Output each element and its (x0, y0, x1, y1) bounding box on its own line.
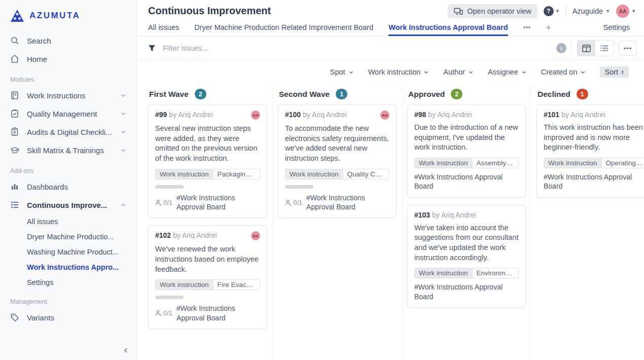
board-view-button[interactable] (578, 41, 595, 56)
main-content: Continuous Improvement Open operator vie… (137, 0, 644, 360)
add-tab-button[interactable]: + (546, 24, 551, 36)
sidebar-module-item[interactable]: Work Instructions (0, 86, 136, 104)
filter-bar: i ••• (137, 37, 644, 60)
sidebar-ci-subitem[interactable]: Settings (0, 275, 136, 290)
card-assignees: 0/1 (285, 199, 302, 206)
card-header: #103 by Ariq Andrei (414, 211, 519, 219)
info-icon[interactable]: i (556, 43, 566, 53)
assignee-person-icon (155, 310, 162, 316)
open-operator-view-button[interactable]: Open operator view (448, 4, 538, 18)
topbar: Continuous Improvement Open operator vie… (137, 0, 644, 18)
sidebar-ci-subitem[interactable]: Washing Machine Product... (0, 244, 136, 260)
issue-card[interactable]: #103 by Ariq Andrei We've taken into acc… (407, 205, 526, 308)
sidebar-item-variants[interactable]: Variants (0, 308, 136, 327)
search-icon (10, 36, 19, 45)
column-cards: #98 by Ariq Andrei Due to the introducti… (407, 104, 526, 308)
sidebar-item-label: Skill Matrix & Trainings (27, 146, 104, 155)
column-title: Second Wave (279, 90, 330, 99)
filter-menu[interactable]: Spot (330, 68, 354, 76)
card-assignees: 0/1 (155, 199, 172, 206)
chevron-down-icon[interactable] (120, 129, 126, 135)
filter-menu-label: Created on (541, 68, 578, 76)
filter-issues-input[interactable] (163, 44, 556, 52)
issue-card[interactable]: #100 by Ariq Andrei AA To accommodate th… (278, 104, 397, 218)
bar-chart-icon (10, 182, 19, 191)
filter-bar-controls: i ••• (556, 40, 637, 56)
board-column: First Wave 2 #99 by Ariq Andrei AA Sever… (148, 86, 272, 360)
filter-menu[interactable]: Author (443, 68, 474, 76)
issue-card[interactable]: #98 by Ariq Andrei Due to the introducti… (407, 104, 526, 198)
card-id: #100 (285, 111, 301, 119)
issue-card[interactable]: #102 by Ariq Andrei AA We've renewed the… (148, 225, 267, 329)
work-instruction-tag[interactable]: Work instruction Quality Control... (285, 169, 389, 179)
sidebar-section-addons: Add-ons (0, 159, 136, 177)
sidebar-item-label: Home (27, 55, 47, 63)
chevron-up-icon[interactable] (120, 202, 126, 208)
divider (571, 43, 572, 54)
sidebar-ci-subitem[interactable]: Work Instructions Appro... (0, 260, 136, 275)
filter-menu[interactable]: Work instruction (368, 68, 430, 76)
sidebar-module-item[interactable]: Skill Matrix & Trainings (0, 141, 136, 159)
tag-type-label: Work instruction (156, 280, 213, 290)
tabs-more-button[interactable]: ••• (523, 23, 531, 36)
chevron-down-icon[interactable] (120, 111, 126, 117)
filter-menu[interactable]: Created on (541, 68, 586, 76)
sidebar-section-modules: Modules (0, 68, 136, 86)
list-view-button[interactable] (595, 41, 613, 56)
card-progress-bar (155, 185, 184, 189)
devices-icon (454, 8, 463, 15)
sidebar-item-home[interactable]: Home (0, 50, 136, 68)
sidebar-collapse-button[interactable] (120, 345, 131, 356)
work-instruction-tag[interactable]: Work instruction Fire Evacuation Tr... (155, 279, 260, 290)
user-menu[interactable]: AA ▼ (616, 5, 636, 18)
issue-card[interactable]: #99 by Ariq Andrei AA Several new instru… (148, 104, 267, 218)
board-tabs: All issues Dryer Machine Production Rela… (137, 18, 644, 37)
tab-all-issues[interactable]: All issues (148, 23, 179, 36)
chevron-down-icon (468, 69, 474, 75)
board-more-button[interactable]: ••• (619, 41, 637, 56)
work-instruction-tag[interactable]: Work instruction Assembly Proc... (414, 158, 519, 168)
work-instruction-tag[interactable]: Work instruction Packaging the Wa... (155, 169, 260, 179)
tag-icon (10, 313, 19, 322)
sidebar-item-label: Search (27, 37, 51, 45)
tag-type-label: Work instruction (285, 169, 343, 179)
sidebar-module-item[interactable]: Audits & Digital Checkli... (0, 123, 136, 141)
tab-dryer-board[interactable]: Dryer Machine Production Related Improve… (194, 23, 373, 36)
sidebar-ci-subitem[interactable]: Dryer Machine Productio... (0, 229, 136, 244)
sort-label: Sort (604, 68, 618, 76)
card-footer: #Work Instructions Approval Board (544, 172, 644, 191)
card-footer: 0/1 #Work Instructions Approval Board (285, 193, 389, 211)
tag-value-label: Quality Control... (343, 169, 389, 179)
chevron-down-icon: ▼ (555, 9, 560, 14)
help-menu[interactable]: ? ▼ (544, 6, 560, 16)
chevron-down-icon[interactable] (120, 147, 126, 153)
sidebar-item-dashboards[interactable]: Dashboards (0, 177, 136, 196)
sidebar-item-search[interactable]: Search (0, 31, 136, 50)
clipboard-check-icon (10, 109, 19, 118)
sidebar-module-item[interactable]: Quality Management (0, 104, 136, 123)
sidebar-ci-subitem[interactable]: All issues (0, 214, 136, 229)
work-instruction-tag[interactable]: Work instruction Operating a Fo... (544, 158, 644, 168)
card-id: #98 (414, 111, 426, 119)
brand-logo[interactable]: AZUMUTA (0, 7, 136, 31)
chevron-down-icon[interactable] (120, 92, 126, 98)
azuguide-label: Azuguide (573, 7, 603, 15)
column-count-badge: 2 (451, 89, 462, 99)
work-instruction-tag[interactable]: Work instruction Environmental ... (414, 268, 519, 278)
book-icon (10, 91, 19, 100)
card-id: #102 (155, 231, 171, 239)
tag-value-label: Fire Evacuation Tr... (213, 280, 260, 290)
sort-button[interactable]: Sort ▲▼ (600, 66, 629, 78)
tag-type-label: Work instruction (415, 268, 472, 278)
card-header: #98 by Ariq Andrei (414, 111, 519, 119)
tag-value-label: Operating a Fo... (601, 158, 644, 168)
divider (566, 6, 566, 17)
card-board-tag: #Work Instructions Approval Board (176, 304, 260, 322)
issue-card[interactable]: #101 by Ariq Andrei This work instructio… (536, 104, 644, 198)
card-header: #100 by Ariq Andrei AA (285, 111, 389, 120)
sidebar-item-continuous-improvement[interactable]: Continuous Improve... (0, 196, 136, 214)
tab-settings[interactable]: Settings (603, 23, 630, 36)
tab-work-instructions-approval-board[interactable]: Work Instructions Approval Board (388, 23, 508, 36)
filter-menu[interactable]: Assignee (488, 68, 527, 76)
azuguide-menu[interactable]: Azuguide ▼ (573, 7, 610, 15)
